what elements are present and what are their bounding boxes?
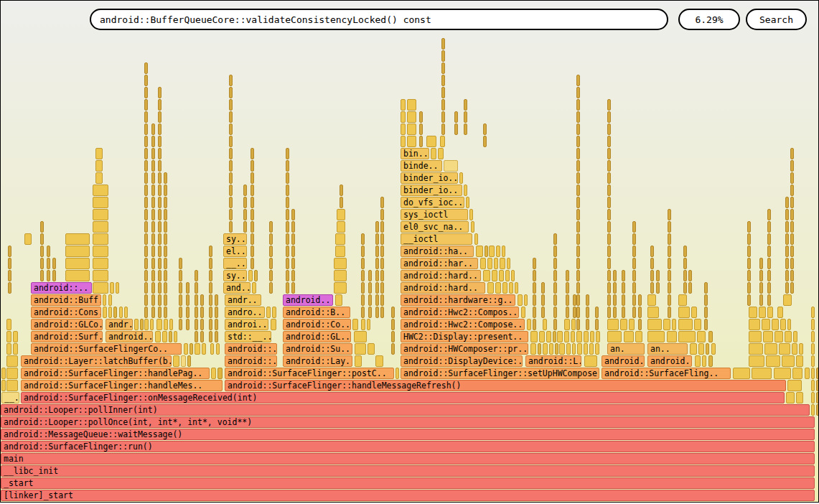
flame-frame[interactable] — [140, 319, 144, 330]
flame-frame[interactable] — [790, 209, 794, 220]
flame-frame[interactable] — [144, 319, 149, 330]
flame-frame[interactable] — [749, 343, 763, 355]
flame-frame[interactable] — [607, 307, 611, 318]
flame-frame[interactable] — [6, 380, 18, 391]
flame-frame[interactable] — [607, 221, 611, 233]
flame-frame[interactable] — [576, 123, 580, 135]
flame-frame[interactable] — [576, 111, 580, 123]
flame-frame[interactable] — [576, 294, 580, 306]
flame-frame[interactable] — [156, 319, 162, 330]
flame-frame[interactable] — [576, 282, 580, 294]
flame-frame[interactable] — [93, 221, 108, 233]
flame-frame[interactable] — [195, 307, 198, 318]
flame-frame[interactable] — [47, 258, 50, 269]
flame-frame[interactable] — [811, 343, 815, 355]
flame-frame[interactable] — [607, 185, 611, 196]
flame-frame[interactable] — [790, 148, 794, 159]
flame-frame[interactable] — [480, 258, 486, 269]
flame-frame[interactable] — [790, 197, 794, 208]
flame-frame[interactable] — [144, 221, 148, 233]
flame-frame[interactable]: android::SurfaceFlingerCo.. — [31, 343, 182, 355]
flame-frame[interactable] — [638, 294, 642, 306]
flame-frame[interactable] — [440, 136, 445, 147]
flame-frame[interactable] — [174, 331, 177, 342]
flame-frame[interactable] — [576, 209, 580, 220]
flame-frame[interactable] — [155, 331, 161, 342]
flame-frame[interactable] — [93, 270, 108, 281]
flame-frame[interactable] — [144, 75, 148, 86]
flame-frame[interactable] — [151, 148, 155, 159]
flame-frame[interactable] — [368, 294, 372, 306]
flame-frame[interactable] — [340, 185, 343, 196]
flame-frame[interactable] — [704, 307, 708, 318]
flame-frame[interactable]: android::.. — [225, 355, 277, 367]
flame-frame[interactable] — [690, 343, 697, 355]
flame-frame[interactable] — [613, 282, 617, 294]
flame-frame[interactable] — [407, 136, 416, 147]
flame-frame[interactable] — [8, 282, 11, 294]
flame-frame[interactable] — [368, 282, 372, 294]
flame-frame[interactable] — [777, 307, 783, 318]
flame-frame[interactable] — [702, 355, 706, 367]
flame-frame[interactable] — [533, 294, 536, 306]
flame-frame[interactable] — [6, 331, 11, 342]
flame-frame[interactable] — [144, 62, 148, 74]
flame-frame[interactable] — [764, 343, 777, 355]
flame-frame[interactable] — [759, 282, 763, 294]
flame-frame[interactable] — [767, 209, 771, 220]
flame-frame[interactable] — [622, 307, 625, 318]
flame-frame[interactable] — [811, 331, 815, 342]
flame-frame[interactable] — [113, 307, 117, 318]
flame-frame[interactable] — [164, 233, 167, 245]
flame-frame[interactable] — [13, 331, 18, 342]
flame-frame[interactable] — [576, 307, 580, 318]
flame-frame[interactable] — [511, 270, 515, 281]
flame-frame[interactable]: binde.. — [401, 160, 442, 172]
flame-frame[interactable]: and.. — [223, 282, 251, 294]
flame-frame[interactable] — [158, 123, 162, 135]
flame-frame[interactable] — [151, 307, 155, 318]
flame-frame[interactable] — [538, 343, 541, 355]
flame-frame[interactable] — [533, 282, 536, 294]
flame-frame[interactable] — [151, 282, 155, 294]
flame-frame[interactable] — [613, 307, 617, 318]
flame-frame[interactable] — [632, 258, 636, 269]
search-button[interactable]: Search — [746, 9, 807, 30]
flame-frame[interactable] — [632, 246, 636, 257]
flame-frame[interactable] — [576, 270, 580, 281]
flame-frame[interactable] — [553, 294, 557, 306]
flame-frame[interactable] — [811, 368, 815, 379]
flame-frame[interactable] — [401, 123, 406, 135]
flame-frame[interactable] — [691, 307, 697, 318]
flame-frame[interactable] — [195, 282, 198, 294]
flame-frame[interactable] — [334, 282, 347, 294]
flame-frame[interactable] — [1, 380, 6, 391]
flame-frame[interactable] — [629, 319, 635, 330]
flame-frame[interactable] — [229, 185, 233, 196]
flame-frame[interactable] — [229, 209, 233, 220]
flame-frame[interactable] — [767, 307, 773, 318]
flame-frame[interactable] — [340, 197, 343, 208]
flame-frame[interactable]: android::Buff.. — [31, 294, 101, 306]
flame-frame[interactable] — [668, 233, 671, 245]
flame-frame[interactable] — [577, 343, 582, 355]
flame-frame[interactable] — [144, 172, 148, 184]
flame-frame[interactable] — [790, 185, 794, 196]
flame-frame[interactable] — [704, 282, 708, 294]
flame-frame[interactable] — [179, 307, 182, 318]
flame-frame[interactable] — [620, 319, 627, 330]
flame-frame[interactable] — [8, 246, 11, 257]
flame-frame[interactable] — [93, 246, 108, 257]
flame-frame[interactable] — [647, 294, 656, 306]
flame-frame[interactable]: an.. — [647, 343, 688, 355]
flame-frame[interactable]: android.. — [602, 355, 645, 367]
flame-frame[interactable] — [243, 221, 247, 233]
flame-frame[interactable] — [459, 172, 463, 184]
flame-frame[interactable] — [179, 319, 182, 330]
flame-frame[interactable] — [158, 282, 162, 294]
flame-frame[interactable] — [209, 270, 212, 281]
flame-frame[interactable] — [688, 270, 692, 281]
flame-frame[interactable]: binder_io.. — [401, 185, 462, 196]
flame-frame[interactable] — [380, 294, 384, 306]
flame-frame[interactable] — [65, 270, 90, 281]
